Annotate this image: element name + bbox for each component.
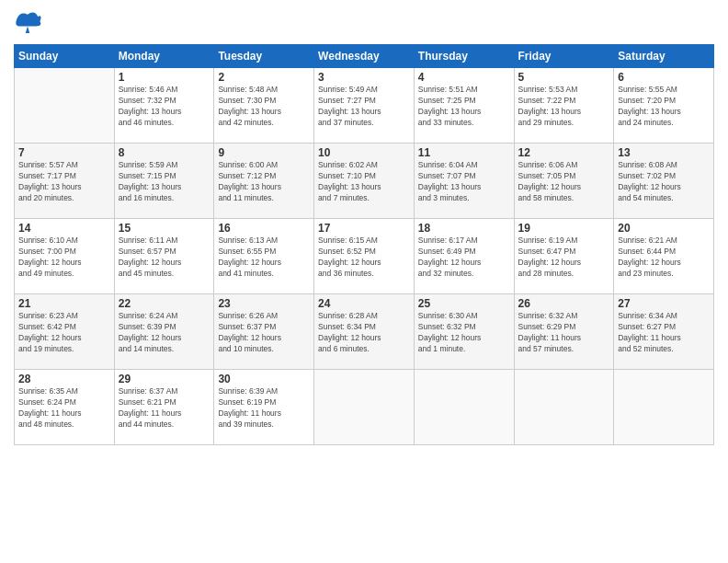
day-number: 26 bbox=[518, 297, 610, 310]
week-row-4: 21Sunrise: 6:23 AMSunset: 6:42 PMDayligh… bbox=[15, 294, 714, 370]
calendar-cell: 28Sunrise: 6:35 AMSunset: 6:24 PMDayligh… bbox=[15, 370, 115, 445]
day-info: Sunrise: 5:48 AMSunset: 7:30 PMDaylight:… bbox=[218, 85, 310, 129]
logo bbox=[14, 9, 45, 37]
day-info: Sunrise: 6:17 AMSunset: 6:49 PMDaylight:… bbox=[418, 236, 510, 280]
calendar-cell: 19Sunrise: 6:19 AMSunset: 6:47 PMDayligh… bbox=[514, 219, 614, 294]
calendar-cell: 23Sunrise: 6:26 AMSunset: 6:37 PMDayligh… bbox=[214, 294, 314, 370]
day-number: 21 bbox=[18, 297, 110, 310]
calendar-cell: 4Sunrise: 5:51 AMSunset: 7:25 PMDaylight… bbox=[414, 68, 514, 144]
calendar-cell: 17Sunrise: 6:15 AMSunset: 6:52 PMDayligh… bbox=[314, 219, 415, 294]
day-number: 1 bbox=[119, 71, 210, 84]
day-info: Sunrise: 6:19 AMSunset: 6:47 PMDaylight:… bbox=[518, 236, 610, 280]
day-info: Sunrise: 6:37 AMSunset: 6:21 PMDaylight:… bbox=[119, 386, 210, 431]
calendar-cell: 12Sunrise: 6:06 AMSunset: 7:05 PMDayligh… bbox=[514, 144, 614, 219]
calendar-table: SundayMondayTuesdayWednesdayThursdayFrid… bbox=[14, 44, 714, 445]
day-info: Sunrise: 6:10 AMSunset: 7:00 PMDaylight:… bbox=[18, 236, 110, 280]
day-number: 23 bbox=[218, 297, 310, 310]
day-info: Sunrise: 6:39 AMSunset: 6:19 PMDaylight:… bbox=[218, 386, 310, 431]
day-number: 19 bbox=[518, 222, 610, 235]
calendar-cell: 9Sunrise: 6:00 AMSunset: 7:12 PMDaylight… bbox=[214, 144, 314, 219]
calendar-cell: 7Sunrise: 5:57 AMSunset: 7:17 PMDaylight… bbox=[15, 144, 115, 219]
logo-icon bbox=[14, 9, 41, 37]
day-number: 9 bbox=[218, 146, 310, 159]
calendar-cell: 22Sunrise: 6:24 AMSunset: 6:39 PMDayligh… bbox=[114, 294, 214, 370]
calendar-cell bbox=[614, 370, 714, 445]
calendar-cell: 29Sunrise: 6:37 AMSunset: 6:21 PMDayligh… bbox=[114, 370, 214, 445]
day-info: Sunrise: 6:06 AMSunset: 7:05 PMDaylight:… bbox=[518, 160, 610, 204]
calendar-cell: 11Sunrise: 6:04 AMSunset: 7:07 PMDayligh… bbox=[414, 144, 514, 219]
day-info: Sunrise: 6:34 AMSunset: 6:27 PMDaylight:… bbox=[618, 311, 710, 355]
day-info: Sunrise: 6:24 AMSunset: 6:39 PMDaylight:… bbox=[119, 311, 210, 355]
day-number: 24 bbox=[318, 297, 410, 310]
calendar-cell: 16Sunrise: 6:13 AMSunset: 6:55 PMDayligh… bbox=[214, 219, 314, 294]
day-number: 4 bbox=[418, 71, 510, 84]
day-number: 18 bbox=[418, 222, 510, 235]
header bbox=[14, 9, 714, 37]
day-number: 3 bbox=[318, 71, 410, 84]
day-number: 5 bbox=[518, 71, 610, 84]
calendar-cell bbox=[314, 370, 415, 445]
day-number: 15 bbox=[119, 222, 210, 235]
calendar-cell: 18Sunrise: 6:17 AMSunset: 6:49 PMDayligh… bbox=[414, 219, 514, 294]
calendar-cell: 6Sunrise: 5:55 AMSunset: 7:20 PMDaylight… bbox=[614, 68, 714, 144]
day-info: Sunrise: 5:57 AMSunset: 7:17 PMDaylight:… bbox=[18, 160, 110, 204]
calendar-cell: 14Sunrise: 6:10 AMSunset: 7:00 PMDayligh… bbox=[15, 219, 115, 294]
day-info: Sunrise: 6:23 AMSunset: 6:42 PMDaylight:… bbox=[18, 311, 110, 355]
day-number: 29 bbox=[119, 373, 210, 385]
calendar-cell bbox=[15, 68, 115, 144]
day-number: 27 bbox=[618, 297, 710, 310]
calendar-cell: 2Sunrise: 5:48 AMSunset: 7:30 PMDaylight… bbox=[214, 68, 314, 144]
day-number: 16 bbox=[218, 222, 310, 235]
day-number: 28 bbox=[18, 373, 110, 385]
calendar-cell: 24Sunrise: 6:28 AMSunset: 6:34 PMDayligh… bbox=[314, 294, 415, 370]
day-info: Sunrise: 6:26 AMSunset: 6:37 PMDaylight:… bbox=[218, 311, 310, 355]
calendar-cell: 25Sunrise: 6:30 AMSunset: 6:32 PMDayligh… bbox=[414, 294, 514, 370]
day-info: Sunrise: 6:21 AMSunset: 6:44 PMDaylight:… bbox=[618, 236, 710, 280]
day-info: Sunrise: 6:02 AMSunset: 7:10 PMDaylight:… bbox=[318, 160, 410, 204]
day-number: 14 bbox=[18, 222, 110, 235]
day-info: Sunrise: 6:13 AMSunset: 6:55 PMDaylight:… bbox=[218, 236, 310, 280]
day-number: 13 bbox=[618, 146, 710, 159]
day-info: Sunrise: 6:28 AMSunset: 6:34 PMDaylight:… bbox=[318, 311, 410, 355]
day-info: Sunrise: 5:49 AMSunset: 7:27 PMDaylight:… bbox=[318, 85, 410, 129]
day-header-friday: Friday bbox=[514, 45, 614, 68]
week-row-5: 28Sunrise: 6:35 AMSunset: 6:24 PMDayligh… bbox=[15, 370, 714, 445]
day-info: Sunrise: 5:55 AMSunset: 7:20 PMDaylight:… bbox=[618, 85, 710, 129]
calendar-cell: 10Sunrise: 6:02 AMSunset: 7:10 PMDayligh… bbox=[314, 144, 415, 219]
day-info: Sunrise: 5:46 AMSunset: 7:32 PMDaylight:… bbox=[119, 85, 210, 129]
calendar-cell: 3Sunrise: 5:49 AMSunset: 7:27 PMDaylight… bbox=[314, 68, 415, 144]
day-info: Sunrise: 6:15 AMSunset: 6:52 PMDaylight:… bbox=[318, 236, 410, 280]
day-info: Sunrise: 5:59 AMSunset: 7:15 PMDaylight:… bbox=[119, 160, 210, 204]
week-row-1: 1Sunrise: 5:46 AMSunset: 7:32 PMDaylight… bbox=[15, 68, 714, 144]
day-number: 12 bbox=[518, 146, 610, 159]
calendar-cell: 15Sunrise: 6:11 AMSunset: 6:57 PMDayligh… bbox=[114, 219, 214, 294]
day-header-saturday: Saturday bbox=[614, 45, 714, 68]
calendar-cell: 26Sunrise: 6:32 AMSunset: 6:29 PMDayligh… bbox=[514, 294, 614, 370]
calendar-cell: 20Sunrise: 6:21 AMSunset: 6:44 PMDayligh… bbox=[614, 219, 714, 294]
day-info: Sunrise: 5:53 AMSunset: 7:22 PMDaylight:… bbox=[518, 85, 610, 129]
day-number: 8 bbox=[119, 146, 210, 159]
day-info: Sunrise: 6:08 AMSunset: 7:02 PMDaylight:… bbox=[618, 160, 710, 204]
day-number: 2 bbox=[218, 71, 310, 84]
day-info: Sunrise: 6:35 AMSunset: 6:24 PMDaylight:… bbox=[18, 386, 110, 431]
day-number: 17 bbox=[318, 222, 410, 235]
day-header-tuesday: Tuesday bbox=[214, 45, 314, 68]
calendar-cell bbox=[414, 370, 514, 445]
calendar-header-row: SundayMondayTuesdayWednesdayThursdayFrid… bbox=[15, 45, 714, 68]
day-number: 10 bbox=[318, 146, 410, 159]
day-header-sunday: Sunday bbox=[15, 45, 115, 68]
day-number: 6 bbox=[618, 71, 710, 84]
day-info: Sunrise: 6:32 AMSunset: 6:29 PMDaylight:… bbox=[518, 311, 610, 355]
calendar-cell: 13Sunrise: 6:08 AMSunset: 7:02 PMDayligh… bbox=[614, 144, 714, 219]
day-info: Sunrise: 5:51 AMSunset: 7:25 PMDaylight:… bbox=[418, 85, 510, 129]
page: SundayMondayTuesdayWednesdayThursdayFrid… bbox=[0, 0, 728, 563]
week-row-3: 14Sunrise: 6:10 AMSunset: 7:00 PMDayligh… bbox=[15, 219, 714, 294]
day-info: Sunrise: 6:11 AMSunset: 6:57 PMDaylight:… bbox=[119, 236, 210, 280]
calendar-cell: 1Sunrise: 5:46 AMSunset: 7:32 PMDaylight… bbox=[114, 68, 214, 144]
day-number: 20 bbox=[618, 222, 710, 235]
calendar-cell: 21Sunrise: 6:23 AMSunset: 6:42 PMDayligh… bbox=[15, 294, 115, 370]
calendar-cell: 27Sunrise: 6:34 AMSunset: 6:27 PMDayligh… bbox=[614, 294, 714, 370]
calendar-cell: 8Sunrise: 5:59 AMSunset: 7:15 PMDaylight… bbox=[114, 144, 214, 219]
day-info: Sunrise: 6:30 AMSunset: 6:32 PMDaylight:… bbox=[418, 311, 510, 355]
day-number: 22 bbox=[119, 297, 210, 310]
